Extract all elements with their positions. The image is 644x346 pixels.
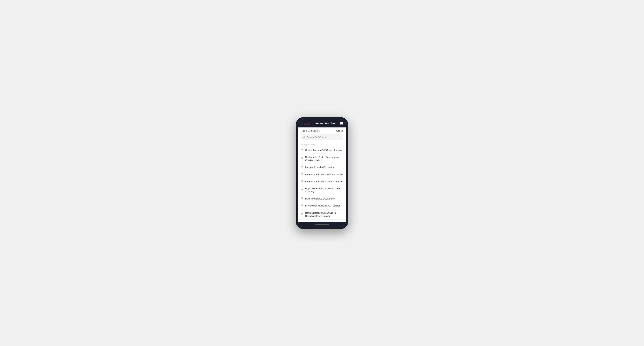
course-name: Dukes Meadows GC, London [305,197,335,200]
home-indicator [298,222,346,227]
course-list-item[interactable]: Dukes Meadows GC, London [298,195,346,202]
svg-line-1 [304,137,305,138]
course-list-item[interactable]: Royal Wimbledon GC, Great London Authori… [298,185,346,195]
course-list-item[interactable]: North Middlesex GC (1011942 - North Midd… [298,209,346,220]
menu-icon[interactable] [340,122,343,125]
course-list-item[interactable]: Richmond Park GC - Duke's, London [298,178,346,185]
location-pin-icon [301,213,304,216]
course-name: Roehampton Club - Roehampton, Greater Lo… [305,156,343,162]
search-input[interactable] [306,136,341,139]
phone-screen: clippd Recent Searches Find a Golf Cours… [298,119,346,227]
location-pin-icon [301,204,304,207]
location-pin-icon [301,189,304,192]
location-pin-icon [301,180,304,183]
course-name: Central London Golf Centre, London [305,149,342,152]
find-header: Find a Golf Course Cancel [298,128,346,134]
find-label: Find a Golf Course [301,130,320,132]
course-name: Brent Valley Municipal GC, London [305,204,340,207]
course-list-item[interactable]: Coombe Hill GC, Kingston upon Thames [298,220,346,222]
course-list-item[interactable]: Roehampton Club - Roehampton, Greater Lo… [298,154,346,164]
location-pin-icon [301,173,304,176]
course-name: London Scottish GC, London [305,166,334,169]
search-container [298,134,346,142]
home-bar [315,224,329,225]
course-name: Royal Wimbledon GC, Great London Authori… [305,187,343,193]
location-pin-icon [301,197,304,200]
course-list-item[interactable]: Richmond Park GC - Prince's, Surrey [298,171,346,178]
location-pin-icon [301,157,304,160]
page-title: Recent Searches [316,122,335,125]
course-list: Central London Golf Centre, LondonRoeham… [298,147,346,222]
course-list-item[interactable]: London Scottish GC, London [298,164,346,171]
course-name: Richmond Park GC - Prince's, Surrey [305,173,343,176]
location-pin-icon [301,149,304,152]
top-bar: clippd Recent Searches [298,119,346,128]
app-logo: clippd [301,122,310,125]
course-list-item[interactable]: Central London Golf Centre, London [298,147,346,154]
location-pin-icon [301,166,304,169]
phone-shell: clippd Recent Searches Find a Golf Cours… [296,117,348,229]
search-icon [303,136,305,139]
cancel-button[interactable]: Cancel [336,130,343,132]
nearby-section: Nearby courses Central London Golf Centr… [298,142,346,222]
course-name: Richmond Park GC - Duke's, London [305,180,342,183]
content-area: Find a Golf Course Cancel Nearby [298,128,346,222]
course-list-item[interactable]: Brent Valley Municipal GC, London [298,202,346,209]
course-name: North Middlesex GC (1011942 - North Midd… [305,211,343,217]
search-input-wrapper [301,134,343,140]
nearby-section-label: Nearby courses [298,142,346,147]
